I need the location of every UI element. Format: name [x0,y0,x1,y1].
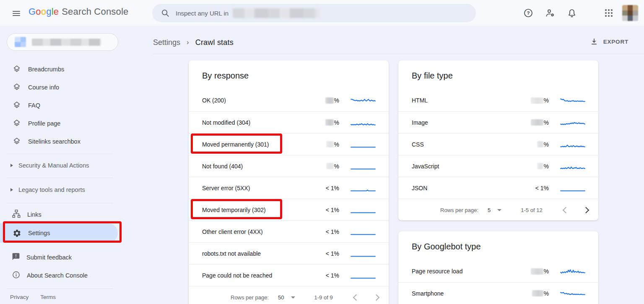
page-title: Crawl stats [195,38,234,47]
table-row[interactable]: Smartphone % [398,282,598,304]
row-value: % [303,97,339,104]
table-row[interactable]: robots.txt not available < 1% [189,242,389,264]
percent-value: < 1% [326,185,339,191]
sidebar-item-label: Breadcrumbs [28,66,64,73]
sidebar-section-legacy-tools[interactable]: Legacy tools and reports [0,181,126,198]
app-logo[interactable]: Google Search Console [29,6,129,17]
row-label: JavaScript [412,163,513,170]
redacted-percent-value [326,163,334,169]
redacted-percent-value [531,268,543,275]
table-row[interactable]: JSON < 1% [398,177,598,199]
dropdown-arrow-icon [497,209,501,211]
table-row[interactable]: JavaScript % [398,155,598,177]
topbar-actions: ? [520,5,638,21]
table-row[interactable]: Server error (5XX) < 1% [189,177,389,199]
sidebar-item-label: Profile page [28,120,60,127]
table-row[interactable]: Page could not be reached < 1% [189,264,389,286]
sidebar-item-settings[interactable]: Settings [0,223,118,243]
divider [153,54,644,54]
percent-sign: % [334,119,339,126]
divider [7,178,113,178]
table-row[interactable]: Not found (404) % [189,155,389,177]
rows-per-page-label: Rows per page: [440,207,478,213]
previous-page-button[interactable] [561,205,571,215]
row-label: Moved permanently (301) [202,141,303,148]
sidebar-item-submit-feedback[interactable]: Submit feedback [0,249,126,266]
sidebar-item-about[interactable]: About Search Console [0,267,126,284]
property-selector[interactable] [7,33,118,51]
avatar-pixel [633,10,638,16]
sidebar-item-course-info[interactable]: Course info [0,78,126,96]
sidebar-item-breadcrumbs[interactable]: Breadcrumbs [0,60,126,78]
favicon-pixel [21,37,26,42]
sidebar-item-links[interactable]: Links [0,206,126,223]
rows-per-page-select[interactable]: 5 [488,207,501,213]
avatar[interactable] [622,5,638,21]
enhancement-icon [12,137,22,146]
next-page-button[interactable] [371,292,382,302]
help-icon: ? [523,8,533,18]
row-value: % [303,119,339,126]
divider [7,154,113,154]
privacy-link[interactable]: Privacy [10,294,29,300]
sparkline-chart [560,183,586,193]
percent-value: < 1% [326,250,339,257]
sparkline-chart [350,96,376,105]
row-label: Page resource load [412,268,513,275]
user-settings-button[interactable] [542,5,558,21]
apps-grid-icon [604,8,614,18]
table-row[interactable]: CSS % [398,133,598,155]
sidebar-item-sitelinks-searchbox[interactable]: Sitelinks searchbox [0,132,126,150]
previous-page-button[interactable] [351,292,361,302]
rows-per-page-select[interactable]: 50 [278,294,295,301]
row-label: Smartphone [412,290,513,297]
table-row[interactable]: Moved permanently (301) % [189,133,389,155]
table-row[interactable]: OK (200) % [189,89,389,111]
table-row[interactable]: Image % [398,111,598,133]
sidebar-item-profile-page[interactable]: Profile page [0,114,126,132]
by-file-type-rows: HTML % Image % CSS % JavaScript % JSON <… [398,89,598,199]
breadcrumb-settings-link[interactable]: Settings [153,38,180,47]
avatar-pixel [622,16,628,21]
card-title: By response [189,60,389,89]
url-inspection-searchbar[interactable]: Inspect any URL in [152,4,476,22]
sidebar-section-security-manual-actions[interactable]: Security & Manual Actions [0,157,126,174]
row-value: % [303,163,339,170]
sidebar: Breadcrumbs Course info FAQ Profile page [0,26,126,304]
hamburger-icon [11,8,21,18]
divider [7,203,113,203]
divider [7,288,113,289]
notifications-button[interactable] [564,5,580,21]
table-row[interactable]: Other client error (4XX) < 1% [189,220,389,242]
feedback-icon [12,252,20,262]
favicon-pixel [21,42,26,47]
table-row[interactable]: Page resource load % [398,260,598,282]
legal-links: Privacy Terms [10,294,56,300]
chevron-left-icon [563,207,569,213]
sidebar-item-label: FAQ [28,102,40,109]
menu-icon[interactable] [9,6,23,21]
sidebar-item-faq[interactable]: FAQ [0,96,126,114]
sparkline-chart [560,267,586,276]
pagination-range: 1-9 of 9 [314,294,333,301]
table-row[interactable]: Moved temporarily (302) < 1% [189,199,389,220]
sparkline-chart [350,205,376,215]
user-settings-icon [545,8,555,18]
enhancement-icon [12,65,22,74]
terms-link[interactable]: Terms [40,294,56,300]
sparkline-chart [560,289,586,298]
redacted-percent-value [326,141,334,147]
table-row[interactable]: HTML % [398,89,598,111]
search-placeholder: Inspect any URL in [176,10,229,17]
export-button[interactable]: EXPORT [587,35,631,48]
percent-sign: % [544,290,549,297]
help-button[interactable]: ? [520,5,537,21]
row-value: < 1% [303,185,339,191]
enhancement-icon [12,119,22,128]
percent-sign: % [544,97,549,104]
percent-sign: % [544,141,549,148]
next-page-button[interactable] [581,205,591,215]
google-apps-button[interactable] [600,5,617,21]
table-row[interactable]: Not modified (304) % [189,111,389,133]
search-icon [161,8,170,18]
